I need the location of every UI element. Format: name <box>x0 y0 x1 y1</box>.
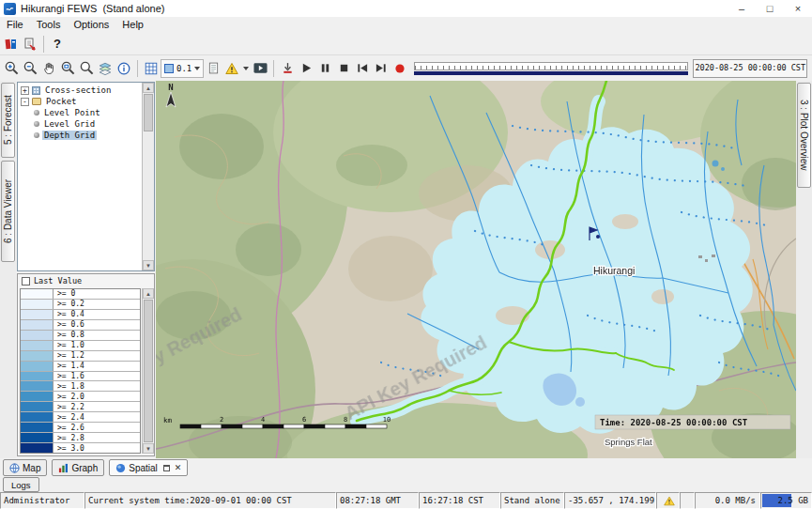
zoom-previous-icon[interactable] <box>77 58 96 79</box>
export-animation-icon[interactable] <box>278 58 297 79</box>
stop-button[interactable] <box>334 58 353 79</box>
tree-node-level-grid[interactable]: Level Grid <box>18 118 154 130</box>
status-bar: Administrator Current system time:2020-0… <box>0 492 812 509</box>
legend-row: >= 1.0 <box>21 341 140 351</box>
legend-swatch <box>21 310 54 319</box>
close-panel-icon[interactable]: ✕ <box>175 464 182 472</box>
legend-swatch <box>21 320 54 330</box>
help-button[interactable]: ? <box>48 34 67 54</box>
pause-button[interactable] <box>315 58 334 79</box>
close-button[interactable]: × <box>784 0 812 17</box>
status-gmt-time: 08:27:18 GMT <box>336 492 419 509</box>
toolbar-separator <box>137 60 138 77</box>
legend-row: >= 2.4 <box>21 412 140 423</box>
main-area: 5 : Forecast 6 : Data Viewer + Cross-sec… <box>0 81 812 458</box>
chart-icon <box>58 463 69 473</box>
tree-node-level-point[interactable]: Level Point <box>18 107 154 118</box>
layer-opacity-dropdown[interactable]: 0.1 <box>161 59 204 78</box>
last-value-checkbox[interactable] <box>22 277 30 285</box>
legend-swatch <box>21 331 54 340</box>
app-logo-icon <box>4 3 16 15</box>
toolbar-separator <box>43 36 44 53</box>
minimize-button[interactable]: – <box>728 0 756 17</box>
maximize-button[interactable]: □ <box>756 0 784 17</box>
title-bar[interactable]: Hikurangi FEWS (Stand alone) – □ × <box>0 0 812 18</box>
menu-tools[interactable]: Tools <box>30 17 68 33</box>
right-tab-strip: 3 : Plot Overview <box>796 81 812 458</box>
north-label: N <box>168 83 173 92</box>
legend-header: Last Value <box>18 274 154 287</box>
time-slider-ruler[interactable] <box>414 62 688 70</box>
status-network-rate: 0.0 MB/s <box>695 492 760 509</box>
tab-spatial[interactable]: Spatial ✕ <box>109 459 188 476</box>
tab-plot-overview[interactable]: 3 : Plot Overview <box>797 83 811 188</box>
chevron-down-icon[interactable] <box>243 67 249 70</box>
legend-swatch <box>21 362 54 371</box>
legend-swatch <box>21 381 54 391</box>
layer-swatch-icon <box>164 64 174 73</box>
legend-row: >= 1.2 <box>21 351 140 362</box>
toolbar-separator <box>273 60 274 77</box>
profile-document-icon[interactable] <box>204 58 222 79</box>
grid-display-icon[interactable] <box>142 58 161 79</box>
layers-icon[interactable] <box>96 58 115 79</box>
tab-map[interactable]: Map <box>3 459 47 476</box>
animation-icon[interactable] <box>251 58 269 79</box>
warning-threshold-icon[interactable] <box>222 58 241 79</box>
scroll-up-icon[interactable]: ▲ <box>143 83 154 93</box>
play-button[interactable] <box>297 58 315 79</box>
tree-node-pocket[interactable]: - Pocket <box>18 96 154 107</box>
collapse-icon[interactable]: - <box>21 98 29 106</box>
import-icon[interactable] <box>21 34 39 54</box>
legend-row: >= 1.8 <box>21 381 140 392</box>
tab-graph[interactable]: Graph <box>52 459 104 476</box>
scroll-down-icon[interactable]: ▼ <box>143 260 154 270</box>
main-toolbar: ? <box>0 33 812 54</box>
legend-scrollbar[interactable]: ▲ ▼ <box>142 288 153 454</box>
legend-swatch <box>21 341 54 350</box>
tree-node-depth-grid[interactable]: Depth Grid <box>18 130 154 141</box>
tab-data-viewer[interactable]: 6 : Data Viewer <box>1 161 15 262</box>
skip-to-end-button[interactable] <box>372 58 391 79</box>
map-canvas[interactable]: API Key Required API Key Required N km <box>156 81 796 458</box>
legend-list: >= 0 >= 0.2 >= 0.4 >= 0.6 >= 0.8 >= 1.0 … <box>20 288 141 454</box>
zoom-in-icon[interactable] <box>2 58 21 79</box>
status-coordinates: -35.657 , 174.199 <box>564 492 656 509</box>
status-warning-cell[interactable] <box>656 492 680 509</box>
scrollbar-thumb[interactable] <box>144 300 153 442</box>
legend-row: >= 0 <box>21 289 140 300</box>
zoom-extent-icon[interactable] <box>58 58 77 79</box>
legend-row: >= 0.8 <box>21 331 140 341</box>
float-panel-icon[interactable] <box>163 465 170 471</box>
map-view[interactable]: API Key Required API Key Required N km <box>156 81 796 458</box>
pan-hand-icon[interactable] <box>39 58 58 79</box>
place-label-springs-flat: Springs Flat <box>605 437 652 447</box>
status-local-time: 16:27:18 CST <box>419 492 500 509</box>
menu-options[interactable]: Options <box>67 17 115 33</box>
expand-icon[interactable]: + <box>21 86 29 95</box>
legend-panel: Last Value >= 0 >= 0.2 >= 0.4 >= 0.6 >= … <box>17 273 155 456</box>
scroll-up-icon[interactable]: ▲ <box>143 288 154 299</box>
legend-row: >= 0.4 <box>21 310 140 320</box>
menu-file[interactable]: File <box>0 17 30 33</box>
scrollbar-thumb[interactable] <box>144 94 153 131</box>
status-spacer <box>680 492 695 509</box>
legend-row: >= 2.0 <box>21 392 140 402</box>
menu-help[interactable]: Help <box>115 17 150 33</box>
logs-button[interactable]: Logs <box>3 477 39 492</box>
tab-forecast[interactable]: 5 : Forecast <box>1 83 15 158</box>
scroll-down-icon[interactable]: ▼ <box>143 443 154 454</box>
zoom-out-icon[interactable] <box>21 58 39 79</box>
record-button[interactable] <box>391 58 409 79</box>
skip-to-start-button[interactable] <box>353 58 372 79</box>
explorer-icon[interactable] <box>2 34 21 54</box>
map-time-text: Time: 2020-08-25 00:00:00 CST <box>600 418 748 427</box>
tree-node-cross-section[interactable]: + Cross-section <box>18 85 154 96</box>
info-icon[interactable] <box>115 58 133 79</box>
tree-scrollbar[interactable]: ▲ ▼ <box>142 83 154 270</box>
legend-swatch <box>21 443 54 453</box>
view-tab-bar: Map Graph Spatial ✕ <box>0 458 812 477</box>
memory-usage-text: 2.5 GB <box>764 493 811 508</box>
scale-tick: 10 <box>383 416 391 424</box>
time-slider[interactable] <box>414 60 688 77</box>
